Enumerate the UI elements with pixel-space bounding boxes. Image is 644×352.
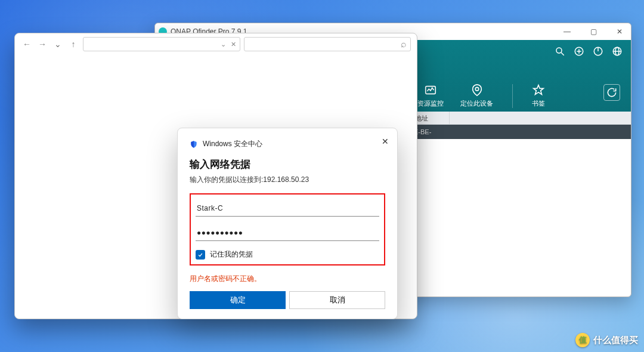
recent-dropdown[interactable]: ⌄ (52, 39, 64, 49)
address-dropdown-icon[interactable]: ⌄ (221, 41, 226, 48)
error-message: 用户名或密码不正确。 (190, 274, 385, 284)
cancel-button[interactable]: 取消 (289, 291, 385, 309)
shield-icon (190, 140, 198, 149)
power-icon[interactable] (593, 46, 603, 59)
watermark-badge: 值 (575, 333, 590, 347)
dialog-buttons: 确定 取消 (190, 291, 385, 309)
search-icon[interactable] (555, 46, 565, 59)
tab-locate-device[interactable]: 定位此设备 (460, 84, 493, 108)
up-button[interactable]: ↑ (67, 39, 79, 49)
dialog-header: Windows 安全中心 (190, 139, 385, 149)
close-button[interactable]: ✕ (612, 27, 627, 36)
password-field[interactable] (196, 225, 379, 241)
svg-point-11 (475, 87, 479, 91)
check-icon (196, 250, 205, 260)
address-bar[interactable]: ⌄ ✕ (83, 37, 240, 51)
tab-resource-monitor[interactable]: 资源监控 (417, 84, 444, 108)
window-controls: — ▢ ✕ (559, 27, 627, 36)
remember-label: 记住我的凭据 (210, 249, 253, 260)
minimize-button[interactable]: — (559, 27, 575, 36)
svg-marker-12 (534, 85, 544, 95)
toolbar-divider (512, 84, 513, 108)
watermark-text: 什么值得买 (593, 335, 638, 346)
tab-bookmark[interactable]: 书签 (532, 84, 545, 108)
address-clear-icon[interactable]: ✕ (231, 41, 236, 48)
highlight-box: 记住我的凭据 (190, 193, 385, 265)
search-icon: ⌕ (401, 39, 407, 50)
tab-label: 定位此设备 (460, 99, 493, 108)
back-button[interactable]: ← (21, 39, 33, 49)
remember-checkbox[interactable]: 记住我的凭据 (196, 249, 379, 260)
globe-icon[interactable] (612, 46, 623, 59)
credentials-dialog: ✕ Windows 安全中心 输入网络凭据 输入你的凭据以连接到:192.168… (177, 128, 398, 319)
tab-label: 资源监控 (417, 99, 444, 108)
explorer-nav-bar: ← → ⌄ ↑ ⌄ ✕ ⌕ (15, 33, 417, 55)
username-field[interactable] (196, 200, 379, 217)
watermark: 值 什么值得买 (575, 333, 638, 347)
svg-line-1 (561, 53, 564, 55)
refresh-button[interactable] (603, 84, 620, 103)
dialog-close-button[interactable]: ✕ (382, 137, 389, 146)
dialog-title: 输入网络凭据 (190, 158, 385, 171)
dialog-subtitle: 输入你的凭据以连接到:192.168.50.23 (190, 175, 385, 185)
dialog-header-text: Windows 安全中心 (203, 139, 262, 149)
maximize-button[interactable]: ▢ (586, 27, 601, 36)
ok-button[interactable]: 确定 (190, 291, 286, 309)
forward-button[interactable]: → (36, 39, 48, 49)
plus-circle-icon[interactable] (574, 46, 584, 59)
svg-point-0 (556, 48, 562, 53)
search-box[interactable]: ⌕ (244, 37, 411, 51)
tab-label: 书签 (532, 99, 545, 108)
